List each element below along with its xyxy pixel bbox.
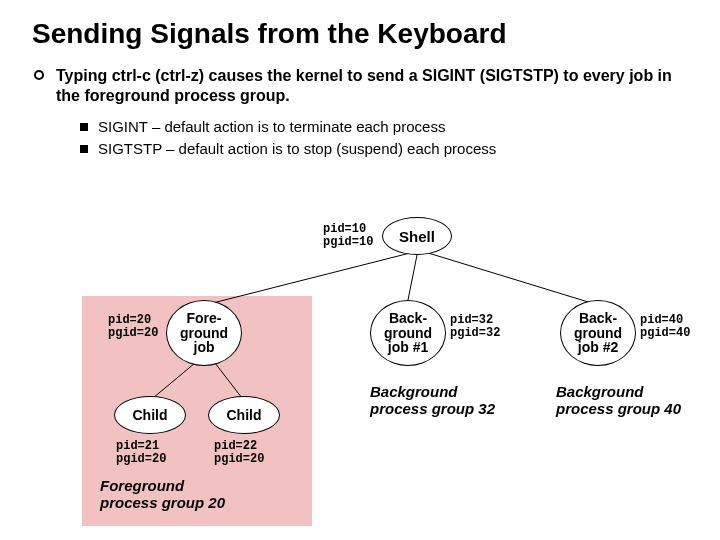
pid-label-child1: pid=21pgid=20 [116,440,166,465]
process-tree-diagram: Shell Fore-groundjob Back-groundjob #1 B… [0,0,720,540]
pid-label-shell: pid=10pgid=10 [323,223,373,248]
node-background-2: Back-groundjob #2 [560,300,636,366]
caption-background-group-2: Backgroundprocess group 40 [556,384,681,417]
pid-label-bg1: pid=32pgid=32 [450,314,500,339]
caption-foreground-group: Foregroundprocess group 20 [100,478,225,511]
caption-background-group-1: Backgroundprocess group 32 [370,384,495,417]
node-child-1: Child [114,396,186,434]
node-child-2: Child [208,396,280,434]
node-foreground: Fore-groundjob [166,300,242,366]
svg-line-1 [408,255,417,300]
pid-label-foreground: pid=20pgid=20 [108,314,158,339]
node-background-1: Back-groundjob #1 [370,300,446,366]
pid-label-child2: pid=22pgid=20 [214,440,264,465]
pid-label-bg2: pid=40pgid=40 [640,314,690,339]
svg-line-2 [425,252,598,305]
node-shell: Shell [382,217,452,255]
